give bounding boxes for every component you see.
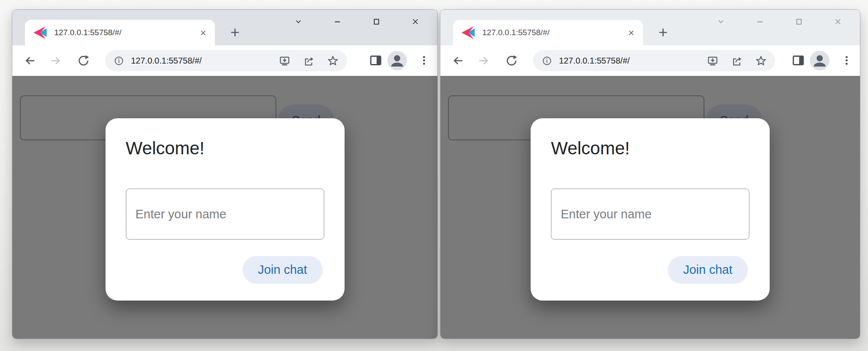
install-app-icon[interactable] [707,55,718,67]
reload-button[interactable] [504,53,519,68]
tab-strip: 127.0.0.1:55758/#/ [440,10,860,45]
forward-button[interactable] [476,53,491,68]
share-icon[interactable] [303,55,314,67]
page-info-icon[interactable] [114,56,124,66]
back-button[interactable] [451,53,465,68]
site-favicon-icon [462,26,476,39]
join-chat-button[interactable]: Join chat [243,256,323,283]
welcome-dialog: Welcome! Join chat [531,118,770,301]
dialog-title: Welcome! [551,137,749,159]
address-bar[interactable]: 127.0.0.1:55758/#/ [105,50,347,71]
side-panel-icon[interactable] [792,54,805,67]
profile-avatar[interactable] [810,51,829,70]
page-viewport: Send Welcome! Join chat [12,76,437,339]
tab-search-chevron-icon[interactable] [701,11,740,33]
site-favicon-icon [33,26,48,39]
new-tab-button[interactable] [655,24,671,40]
bookmark-star-icon[interactable] [755,55,767,67]
browser-toolbar: 127.0.0.1:55758/#/ [12,45,437,76]
tab-title: 127.0.0.1:55758/#/ [54,28,198,37]
minimize-button[interactable] [318,11,357,33]
window-controls [279,11,435,33]
browser-menu-icon[interactable] [841,55,852,66]
side-panel-icon[interactable] [369,54,382,67]
minimize-button[interactable] [740,11,779,33]
back-button[interactable] [23,53,37,68]
url-text[interactable]: 127.0.0.1:55758/#/ [131,56,202,66]
forward-button[interactable] [48,53,63,68]
reload-button[interactable] [76,53,91,68]
page-viewport: Send Welcome! Join chat [440,76,860,339]
address-bar[interactable]: 127.0.0.1:55758/#/ [533,50,775,71]
new-tab-button[interactable] [227,24,243,40]
close-window-button[interactable] [396,11,435,33]
close-window-button[interactable] [818,11,857,33]
name-input[interactable] [126,189,324,240]
maximize-button[interactable] [779,11,818,33]
bookmark-star-icon[interactable] [327,55,339,67]
url-text[interactable]: 127.0.0.1:55758/#/ [559,56,630,66]
browser-toolbar: 127.0.0.1:55758/#/ [440,45,860,76]
welcome-dialog: Welcome! Join chat [106,118,345,301]
tab-close-icon[interactable] [198,28,208,38]
tab-close-icon[interactable] [626,28,636,38]
maximize-button[interactable] [357,11,396,33]
join-chat-button[interactable]: Join chat [668,256,748,283]
share-icon[interactable] [731,55,743,67]
name-input[interactable] [551,189,749,240]
browser-tab[interactable]: 127.0.0.1:55758/#/ [25,20,215,45]
tab-search-chevron-icon[interactable] [279,11,318,33]
tab-strip: 127.0.0.1:55758/#/ [12,10,437,45]
browser-tab[interactable]: 127.0.0.1:55758/#/ [453,20,643,45]
browser-window-left: 127.0.0.1:55758/#/ [12,9,438,339]
install-app-icon[interactable] [279,55,290,67]
profile-avatar[interactable] [387,51,407,70]
dialog-title: Welcome! [126,137,324,159]
page-info-icon[interactable] [542,56,552,66]
tab-title: 127.0.0.1:55758/#/ [482,28,626,37]
browser-menu-icon[interactable] [418,55,430,66]
window-controls [701,11,857,33]
browser-window-right: 127.0.0.1:55758/#/ [440,9,860,339]
